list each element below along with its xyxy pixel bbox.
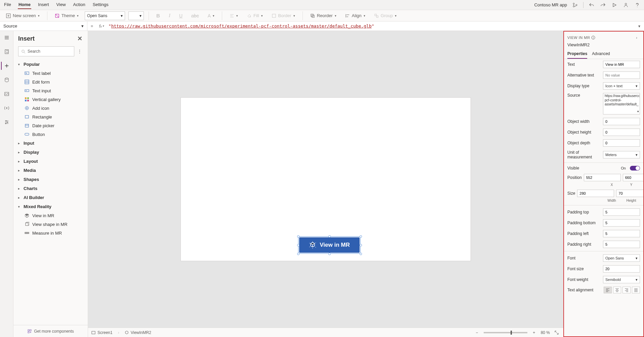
handle-w[interactable]	[297, 244, 299, 246]
rail-variables-icon[interactable]	[3, 104, 11, 112]
crumb-screen[interactable]: Screen1	[91, 330, 113, 335]
get-more-components[interactable]: Get more components	[13, 325, 88, 337]
property-selector[interactable]: Source▾	[0, 21, 87, 31]
input-oh[interactable]	[603, 129, 640, 136]
rail-advanced-icon[interactable]	[3, 118, 11, 126]
font-size-select[interactable]: ▾	[128, 11, 144, 20]
handle-s[interactable]	[328, 253, 331, 255]
group-display[interactable]: ▸Display	[15, 148, 86, 157]
insert-view-shape-mr[interactable]: View shape in MR	[15, 220, 86, 229]
screen-stage[interactable]: View in MR	[181, 98, 471, 261]
select-font[interactable]: Open Sans▾	[603, 254, 640, 262]
menu-action[interactable]: Action	[73, 1, 86, 9]
insert-add-icon[interactable]: Add icon	[15, 104, 86, 112]
menu-home[interactable]: Home	[18, 1, 31, 9]
fit-icon[interactable]	[553, 329, 560, 336]
zoom-slider[interactable]	[484, 332, 527, 333]
insert-view-in-mr[interactable]: View in MR	[15, 211, 86, 220]
group-input[interactable]: ▸Input	[15, 139, 86, 148]
align-right-button[interactable]	[622, 287, 631, 293]
border-button[interactable]: Border▾	[269, 12, 298, 19]
more-icon[interactable]: ⋮	[76, 48, 83, 55]
info-icon[interactable]	[591, 36, 595, 40]
expand-formula-icon[interactable]: ▾	[635, 24, 644, 29]
insert-vertical-gallery[interactable]: Vertical gallery	[15, 95, 86, 104]
align-justify-button[interactable]	[632, 287, 640, 293]
crumb-control[interactable]: ViewInMR2	[125, 330, 151, 335]
tab-advanced[interactable]: Advanced	[592, 49, 610, 59]
fx-icon[interactable]: fx▾	[96, 24, 107, 29]
close-insert-icon[interactable]: ✕	[76, 35, 83, 42]
input-alt[interactable]	[603, 71, 640, 79]
select-fw[interactable]: Semibold▾	[603, 276, 640, 283]
insert-text-input[interactable]: Text input	[15, 86, 86, 95]
handle-e[interactable]	[360, 244, 362, 246]
menu-file[interactable]: File	[3, 1, 12, 9]
align-center-button[interactable]	[613, 287, 621, 293]
toggle-visible[interactable]	[630, 166, 640, 171]
rail-data-icon[interactable]	[3, 76, 11, 84]
input-source[interactable]: https://raw.githubusercontent.com/micros…	[603, 93, 640, 114]
help-icon[interactable]	[634, 2, 641, 8]
undo-icon[interactable]	[588, 2, 595, 8]
input-size-h[interactable]	[616, 190, 643, 197]
input-pos-y[interactable]	[623, 174, 643, 181]
canvas[interactable]: View in MR	[88, 31, 563, 328]
align-button[interactable]: Align▾	[343, 12, 368, 19]
input-pr[interactable]	[603, 241, 640, 248]
redo-icon[interactable]	[600, 2, 606, 8]
strike-button[interactable]: abc	[189, 12, 202, 20]
underline-button[interactable]: U	[176, 12, 185, 20]
input-od[interactable]	[603, 139, 640, 147]
input-pb[interactable]	[603, 219, 640, 227]
insert-date-picker[interactable]: Date picker	[15, 121, 86, 130]
alignment-button[interactable]: ▾	[227, 12, 241, 19]
insert-text-label[interactable]: Text label	[15, 69, 86, 78]
handle-ne[interactable]	[360, 235, 362, 238]
input-pos-x[interactable]	[584, 174, 621, 181]
zoom-out-icon[interactable]: −	[474, 329, 480, 336]
align-left-button[interactable]	[604, 287, 612, 293]
input-text[interactable]	[603, 61, 640, 68]
input-ow[interactable]	[603, 118, 640, 125]
handle-nw[interactable]	[297, 235, 299, 238]
rail-media-icon[interactable]	[3, 90, 11, 98]
group-media[interactable]: ▸Media	[15, 166, 86, 175]
italic-button[interactable]: I	[166, 11, 173, 20]
zoom-in-icon[interactable]: +	[531, 329, 537, 336]
collapse-panel-icon[interactable]: ›	[633, 34, 640, 41]
menu-view[interactable]: View	[56, 1, 67, 9]
search-input[interactable]: Search	[18, 46, 74, 56]
menu-insert[interactable]: Insert	[37, 1, 50, 9]
menu-settings[interactable]: Settings	[92, 1, 109, 9]
font-select[interactable]: Open Sans▾	[85, 11, 125, 20]
group-mixedreality[interactable]: ▾Mixed Reality	[15, 202, 86, 211]
rail-insert-icon[interactable]	[1, 62, 9, 70]
text-color-button[interactable]: A▾	[205, 12, 217, 20]
tab-properties[interactable]: Properties	[567, 49, 587, 59]
play-icon[interactable]	[611, 2, 618, 8]
group-aibuilder[interactable]: ▸AI Builder	[15, 193, 86, 202]
source-control-icon[interactable]	[572, 2, 578, 8]
bold-button[interactable]: B	[154, 11, 163, 20]
group-popular[interactable]: ▾Popular	[15, 60, 86, 69]
insert-button[interactable]: Button	[15, 130, 86, 139]
input-fs[interactable]	[603, 265, 640, 273]
formula-input[interactable]: "https://raw.githubusercontent.com/micro…	[107, 23, 635, 29]
group-button[interactable]: Group▾	[371, 12, 399, 19]
handle-sw[interactable]	[297, 253, 299, 255]
select-unit[interactable]: Meters▾	[603, 151, 640, 158]
handle-se[interactable]	[360, 253, 362, 255]
rail-tree-icon[interactable]	[3, 48, 11, 56]
input-pl[interactable]	[603, 230, 640, 237]
input-pt[interactable]	[603, 208, 640, 216]
rail-hamburger-icon[interactable]	[3, 34, 11, 42]
group-charts[interactable]: ▸Charts	[15, 184, 86, 193]
fill-button[interactable]: Fill▾	[244, 12, 266, 19]
group-shapes[interactable]: ▸Shapes	[15, 175, 86, 184]
select-display[interactable]: Icon + text▾	[603, 82, 640, 90]
handle-n[interactable]	[328, 235, 331, 238]
group-layout[interactable]: ▸Layout	[15, 157, 86, 166]
share-icon[interactable]	[622, 2, 629, 8]
input-size-w[interactable]	[577, 190, 614, 197]
